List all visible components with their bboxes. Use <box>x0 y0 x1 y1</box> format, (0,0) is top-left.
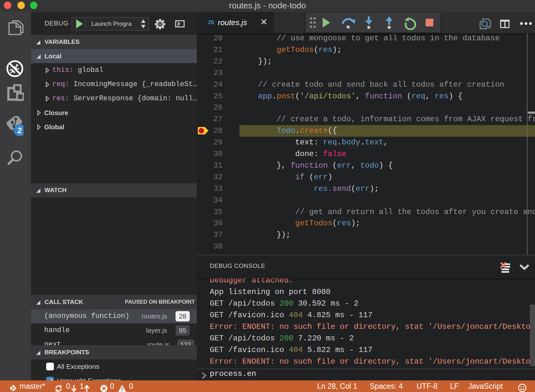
svg-text:2: 2 <box>17 126 22 135</box>
